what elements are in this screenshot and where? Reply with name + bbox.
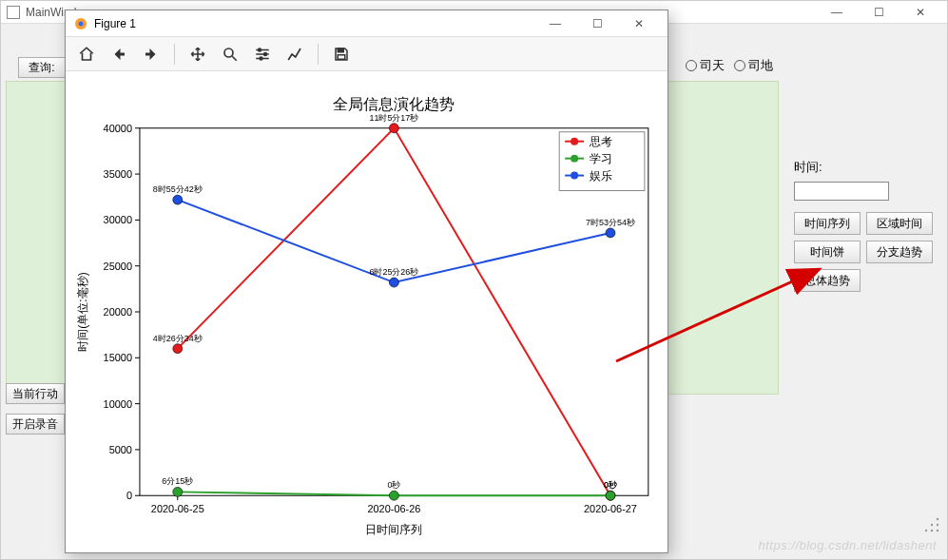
- svg-point-8: [224, 48, 233, 57]
- radio-sitian-label: 司天: [700, 57, 725, 74]
- figure-maximize-button[interactable]: ☐: [576, 12, 618, 35]
- svg-text:学习: 学习: [590, 152, 612, 165]
- radio-row: 司天 司地: [686, 57, 773, 74]
- svg-text:6分15秒: 6分15秒: [162, 476, 193, 486]
- svg-point-10: [264, 52, 267, 55]
- svg-text:35000: 35000: [104, 168, 132, 180]
- svg-point-62: [571, 138, 578, 145]
- query-button[interactable]: 查询:: [18, 57, 66, 78]
- svg-point-68: [571, 172, 578, 180]
- svg-point-52: [606, 491, 615, 500]
- svg-text:全局信息演化趋势: 全局信息演化趋势: [333, 96, 455, 112]
- time-pie-button[interactable]: 时间饼: [794, 241, 861, 263]
- toolbar-separator: [174, 44, 175, 65]
- svg-text:思考: 思考: [589, 135, 612, 148]
- main-minimize-button[interactable]: —: [816, 1, 858, 24]
- svg-text:2020-06-27: 2020-06-27: [584, 503, 637, 514]
- watermark: https://blog.csdn.net/lidashent: [758, 538, 937, 552]
- svg-text:8时55分42秒: 8时55分42秒: [153, 184, 203, 194]
- svg-point-3: [937, 524, 938, 526]
- svg-text:6时25分26秒: 6时25分26秒: [369, 267, 418, 277]
- svg-point-9: [259, 48, 261, 51]
- configure-icon[interactable]: [247, 40, 278, 68]
- svg-text:11时5分17秒: 11时5分17秒: [369, 113, 418, 123]
- svg-point-50: [389, 491, 398, 500]
- svg-point-7: [79, 21, 84, 26]
- svg-text:0: 0: [126, 490, 132, 501]
- figure-window: Figure 1 — ☐ ✕ 0500010000150002000025000…: [65, 10, 668, 553]
- zoom-icon[interactable]: [215, 40, 245, 68]
- svg-text:日时间序列: 日时间序列: [365, 523, 422, 536]
- time-label: 时间:: [794, 159, 937, 176]
- svg-rect-12: [338, 48, 343, 52]
- svg-text:0秒: 0秒: [387, 480, 400, 490]
- svg-text:2020-06-26: 2020-06-26: [367, 503, 420, 514]
- radio-icon: [734, 60, 745, 71]
- svg-point-11: [260, 57, 262, 60]
- svg-point-56: [389, 278, 398, 287]
- main-maximize-button[interactable]: ☐: [858, 1, 900, 24]
- svg-text:10000: 10000: [104, 398, 132, 410]
- radio-sitian[interactable]: 司天: [686, 57, 725, 74]
- chart-area: 0500010000150002000025000300003500040000…: [66, 71, 667, 552]
- svg-point-4: [931, 530, 933, 531]
- overall-trend-button[interactable]: 总体趋势: [794, 269, 861, 292]
- svg-text:20000: 20000: [104, 306, 132, 318]
- svg-text:2020-06-25: 2020-06-25: [151, 503, 204, 514]
- svg-text:7时53分54秒: 7时53分54秒: [586, 218, 635, 227]
- time-input[interactable]: [794, 182, 889, 201]
- main-close-button[interactable]: ✕: [900, 1, 941, 24]
- svg-point-42: [173, 344, 183, 354]
- svg-point-54: [173, 195, 183, 204]
- time-series-button[interactable]: 时间序列: [794, 212, 861, 235]
- save-icon[interactable]: [326, 40, 357, 68]
- start-record-button[interactable]: 开启录音: [6, 414, 65, 434]
- chart-canvas: 0500010000150002000025000300003500040000…: [66, 71, 667, 552]
- right-panel: 时间: 时间序列 区域时间 时间饼 分支趋势 总体趋势: [794, 159, 937, 292]
- pan-icon[interactable]: [183, 40, 213, 68]
- forward-icon[interactable]: [136, 40, 166, 68]
- back-icon[interactable]: [104, 40, 134, 68]
- toolbar-separator: [318, 44, 319, 65]
- svg-text:30000: 30000: [104, 214, 132, 225]
- svg-text:15000: 15000: [104, 352, 132, 363]
- current-action-button[interactable]: 当前行动: [6, 383, 65, 404]
- svg-point-65: [571, 155, 578, 163]
- figure-toolbar: [66, 37, 667, 71]
- radio-sidi-label: 司地: [748, 57, 773, 74]
- area-time-button[interactable]: 区域时间: [866, 212, 933, 235]
- svg-point-44: [389, 124, 398, 133]
- svg-text:5000: 5000: [109, 444, 132, 455]
- resize-grip-icon[interactable]: [924, 517, 941, 534]
- figure-titlebar: Figure 1 — ☐ ✕: [66, 10, 667, 37]
- figure-close-button[interactable]: ✕: [618, 12, 660, 35]
- figure-app-icon: [73, 16, 88, 31]
- figure-minimize-button[interactable]: —: [534, 12, 576, 35]
- svg-point-48: [173, 487, 183, 496]
- edit-chart-icon[interactable]: [280, 40, 310, 68]
- svg-point-0: [937, 518, 938, 520]
- home-icon[interactable]: [71, 40, 102, 68]
- svg-point-5: [937, 530, 938, 531]
- svg-point-2: [931, 524, 933, 526]
- svg-point-1: [925, 530, 927, 531]
- svg-text:25000: 25000: [104, 261, 132, 272]
- radio-icon: [686, 60, 697, 71]
- svg-text:时间(单位:毫秒): 时间(单位:毫秒): [76, 272, 89, 351]
- svg-text:0秒: 0秒: [604, 480, 617, 490]
- main-app-icon: [7, 6, 20, 19]
- radio-sidi[interactable]: 司地: [734, 57, 773, 74]
- svg-text:40000: 40000: [104, 123, 132, 134]
- svg-point-58: [606, 228, 615, 238]
- figure-title: Figure 1: [94, 17, 136, 30]
- svg-text:4时26分34秒: 4时26分34秒: [153, 334, 203, 343]
- svg-text:娱乐: 娱乐: [590, 169, 612, 183]
- branch-trend-button[interactable]: 分支趋势: [866, 241, 933, 263]
- svg-rect-13: [338, 54, 345, 59]
